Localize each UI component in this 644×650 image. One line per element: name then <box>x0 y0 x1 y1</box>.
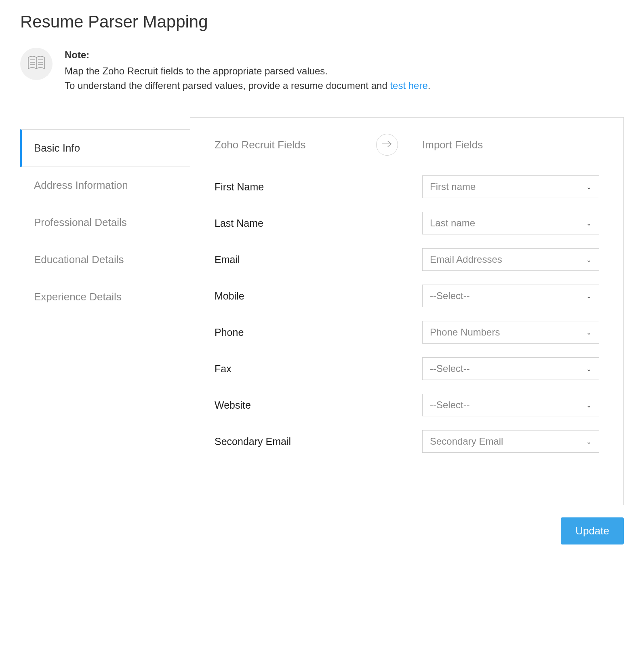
field-label: Last Name <box>215 217 422 229</box>
tab-address-information[interactable]: Address Information <box>20 167 190 204</box>
field-row-last-name: Last Name Last name ⌄ <box>215 212 599 234</box>
select-value: --Select-- <box>430 399 470 411</box>
field-row-secondary-email: Secondary Email Secondary Email ⌄ <box>215 430 599 453</box>
select-value: Last name <box>430 217 475 229</box>
field-row-mobile: Mobile --Select-- ⌄ <box>215 285 599 307</box>
note-line2-prefix: To understand the different parsed value… <box>65 80 390 91</box>
chevron-down-icon: ⌄ <box>586 183 591 191</box>
select-mobile[interactable]: --Select-- ⌄ <box>422 285 599 307</box>
page-title: Resume Parser Mapping <box>20 12 624 32</box>
note-section: Note: Map the Zoho Recruit fields to the… <box>20 48 624 93</box>
mapping-panel: Zoho Recruit Fields Import Fields First … <box>190 117 624 505</box>
select-value: Secondary Email <box>430 436 503 447</box>
field-row-fax: Fax --Select-- ⌄ <box>215 357 599 380</box>
select-value: Phone Numbers <box>430 327 500 338</box>
select-secondary-email[interactable]: Secondary Email ⌄ <box>422 430 599 453</box>
note-icon-circle <box>20 48 53 80</box>
chevron-down-icon: ⌄ <box>586 438 591 445</box>
note-label: Note: <box>65 48 430 62</box>
select-website[interactable]: --Select-- ⌄ <box>422 394 599 416</box>
column-header-import: Import Fields <box>422 139 599 151</box>
chevron-down-icon: ⌄ <box>586 292 591 300</box>
field-row-phone: Phone Phone Numbers ⌄ <box>215 321 599 344</box>
footer: Update <box>20 505 624 561</box>
select-value: --Select-- <box>430 363 470 374</box>
field-label: Mobile <box>215 290 422 302</box>
column-header-zoho: Zoho Recruit Fields <box>215 139 376 151</box>
field-label: First Name <box>215 181 422 193</box>
update-button[interactable]: Update <box>561 517 624 544</box>
tab-professional-details[interactable]: Professional Details <box>20 204 190 241</box>
select-value: First name <box>430 181 476 192</box>
divider-row <box>215 163 599 163</box>
tabs-sidebar: Basic Info Address Information Professio… <box>20 117 190 316</box>
select-value: --Select-- <box>430 290 470 302</box>
field-label: Email <box>215 254 422 266</box>
tab-experience-details[interactable]: Experience Details <box>20 279 190 316</box>
chevron-down-icon: ⌄ <box>586 401 591 409</box>
select-first-name[interactable]: First name ⌄ <box>422 175 599 198</box>
arrow-icon-circle <box>376 134 398 156</box>
select-last-name[interactable]: Last name ⌄ <box>422 212 599 234</box>
note-line1: Map the Zoho Recruit fields to the appro… <box>65 65 328 76</box>
select-fax[interactable]: --Select-- ⌄ <box>422 357 599 380</box>
field-label: Website <box>215 399 422 411</box>
select-phone[interactable]: Phone Numbers ⌄ <box>422 321 599 344</box>
field-label: Fax <box>215 363 422 375</box>
test-here-link[interactable]: test here <box>390 80 427 91</box>
chevron-down-icon: ⌄ <box>586 256 591 264</box>
book-icon <box>27 55 46 73</box>
select-email[interactable]: Email Addresses ⌄ <box>422 248 599 271</box>
field-label: Phone <box>215 327 422 338</box>
field-label: Secondary Email <box>215 436 422 447</box>
chevron-down-icon: ⌄ <box>586 365 591 373</box>
note-text: Note: Map the Zoho Recruit fields to the… <box>65 48 430 93</box>
select-value: Email Addresses <box>430 254 502 265</box>
chevron-down-icon: ⌄ <box>586 219 591 227</box>
field-row-website: Website --Select-- ⌄ <box>215 394 599 416</box>
field-row-email: Email Email Addresses ⌄ <box>215 248 599 271</box>
tab-basic-info[interactable]: Basic Info <box>20 129 190 167</box>
arrow-right-icon <box>381 140 393 150</box>
note-line2-suffix: . <box>428 80 431 91</box>
field-row-first-name: First Name First name ⌄ <box>215 175 599 198</box>
tab-educational-details[interactable]: Educational Details <box>20 241 190 279</box>
chevron-down-icon: ⌄ <box>586 329 591 336</box>
